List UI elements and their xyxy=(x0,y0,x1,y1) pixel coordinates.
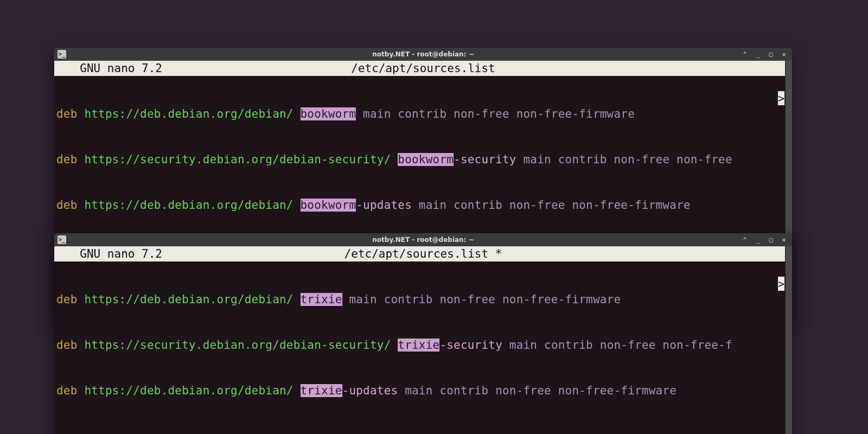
maximize-button[interactable]: ▢ xyxy=(767,236,775,244)
source-line[interactable]: deb https://deb.debian.org/debian/ trixi… xyxy=(56,383,792,398)
search-match: bookworm xyxy=(301,107,356,120)
nano-app-name: GNU nano 7.2 xyxy=(54,246,162,261)
window-title: notby.NET - root@debian: ~ xyxy=(54,50,792,58)
desktop: >_ notby.NET - root@debian: ~ ⌃ _ ▢ ✕ GN… xyxy=(0,0,868,434)
scrollbar[interactable] xyxy=(785,246,792,434)
titlebar[interactable]: >_ notby.NET - root@debian: ~ ⌃ _ ▢ ✕ xyxy=(54,48,792,61)
close-button[interactable]: ✕ xyxy=(780,50,788,58)
source-line[interactable]: deb https://deb.debian.org/debian/ bookw… xyxy=(56,197,792,213)
line-overflow-icon: > xyxy=(778,277,784,291)
search-match: bookworm xyxy=(398,153,454,166)
source-line[interactable]: deb https://security.debian.org/debian-s… xyxy=(56,152,792,167)
nano-header: GNU nano 7.2 /etc/apt/sources.list * xyxy=(54,246,792,261)
minimize-button[interactable]: _ xyxy=(754,236,762,244)
nano-file-name: /etc/apt/sources.list * xyxy=(54,246,792,261)
titlebar[interactable]: >_ notby.NET - root@debian: ~ ⌃ _ ▢ ✕ xyxy=(54,233,792,246)
close-button[interactable]: ✕ xyxy=(780,236,788,244)
source-line[interactable]: deb https://security.debian.org/debian-s… xyxy=(56,337,792,353)
minimize-button[interactable]: _ xyxy=(754,50,762,58)
search-match: bookworm xyxy=(301,199,356,212)
source-line[interactable]: deb https://deb.debian.org/debian/ bookw… xyxy=(56,106,792,122)
search-match: trixie xyxy=(301,293,342,306)
terminal-window-after: >_ notby.NET - root@debian: ~ ⌃ _ ▢ ✕ GN… xyxy=(54,233,792,434)
nano-editor[interactable]: GNU nano 7.2 /etc/apt/sources.list * deb… xyxy=(54,246,792,434)
terminal-icon: >_ xyxy=(58,50,66,59)
nano-header: GNU nano 7.2 /etc/apt/sources.list xyxy=(54,61,792,76)
file-content[interactable]: deb https://deb.debian.org/debian/ trixi… xyxy=(54,261,792,434)
window-title: notby.NET - root@debian: ~ xyxy=(54,236,792,244)
source-line[interactable]: deb https://deb.debian.org/debian/ trixi… xyxy=(56,292,792,307)
rollup-button[interactable]: ⌃ xyxy=(741,50,749,58)
nano-app-name: GNU nano 7.2 xyxy=(54,61,162,76)
search-match: trixie xyxy=(398,339,439,352)
line-overflow-icon: > xyxy=(778,91,784,105)
maximize-button[interactable]: ▢ xyxy=(767,50,775,58)
rollup-button[interactable]: ⌃ xyxy=(741,236,749,244)
search-match: trixie xyxy=(301,384,342,397)
nano-file-name: /etc/apt/sources.list xyxy=(54,61,792,76)
terminal-icon: >_ xyxy=(58,235,66,244)
